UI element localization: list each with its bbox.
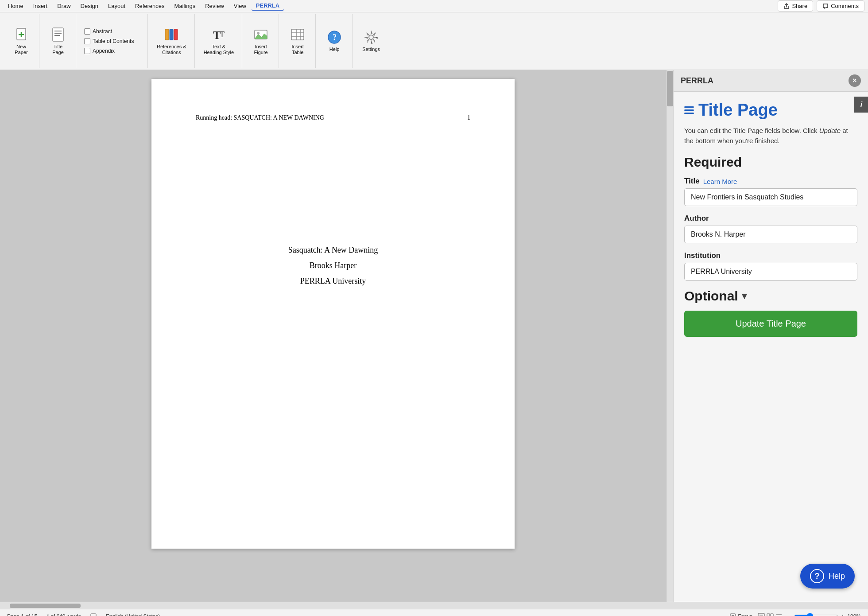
menu-review[interactable]: Review <box>201 2 229 10</box>
ribbon-group-structure: Abstract Table of Contents Appendix <box>77 14 148 68</box>
status-bar: Page 1 of 15 4 of 640 words English (Uni… <box>0 609 868 616</box>
title-page-icon <box>50 27 66 43</box>
panel-close-button[interactable]: × <box>849 74 861 87</box>
view-icon-3[interactable] <box>775 613 783 616</box>
panel-section-title: Title Page <box>684 101 857 120</box>
required-heading: Required <box>684 155 857 170</box>
optional-heading[interactable]: Optional ▾ <box>684 289 857 304</box>
zoom-control[interactable]: − + 100% <box>788 613 861 616</box>
help-ribbon-button[interactable]: ? Help <box>321 27 348 55</box>
svg-rect-30 <box>767 614 770 616</box>
page-number: 1 <box>467 114 470 121</box>
institution-field-label: Institution <box>684 251 857 260</box>
author-input[interactable] <box>684 226 857 243</box>
menu-references[interactable]: References <box>131 2 169 10</box>
document-page: Running head: SASQUATCH: A NEW DAWNING 1… <box>151 79 515 549</box>
ribbon: NewPaper TitlePage Abstract <box>0 12 868 70</box>
abstract-button[interactable]: Abstract <box>81 27 136 36</box>
svg-text:T: T <box>220 30 225 39</box>
menu-bar: Home Insert Draw Design Layout Reference… <box>0 0 868 12</box>
references-citations-button[interactable]: References &Citations <box>153 24 190 58</box>
text-heading-label: Text &Heading Style <box>204 44 234 55</box>
document-title: Sasquatch: A New Dawning <box>288 246 378 255</box>
zoom-out-icon[interactable]: − <box>788 613 791 616</box>
view-controls <box>758 613 783 616</box>
new-paper-icon <box>13 27 29 43</box>
hamburger-menu-icon[interactable] <box>684 106 694 114</box>
share-icon <box>783 3 790 9</box>
menu-layout[interactable]: Layout <box>104 2 130 10</box>
panel-info-button[interactable]: i <box>854 97 868 113</box>
ribbon-group-new-paper: NewPaper <box>4 14 39 68</box>
focus-label[interactable]: Focus <box>730 613 752 616</box>
menu-home[interactable]: Home <box>4 2 28 10</box>
text-heading-button[interactable]: T T Text &Heading Style <box>200 24 238 58</box>
settings-label: Settings <box>362 47 380 52</box>
svg-rect-9 <box>174 29 178 40</box>
references-citations-label: References &Citations <box>157 44 186 55</box>
learn-more-link[interactable]: Learn More <box>703 178 737 185</box>
abstract-label: Abstract <box>93 28 112 35</box>
title-page-button[interactable]: TitlePage <box>45 24 71 58</box>
horizontal-scrollbar[interactable] <box>0 602 868 609</box>
ribbon-group-help: ? Help <box>317 14 353 68</box>
abstract-checkbox[interactable] <box>84 28 90 35</box>
toc-checkbox[interactable] <box>84 38 90 44</box>
title-page-label: TitlePage <box>52 44 64 55</box>
ribbon-group-settings: Settings <box>353 14 389 68</box>
zoom-slider[interactable] <box>794 613 838 616</box>
author-field-label: Author <box>684 214 857 223</box>
new-paper-button[interactable]: NewPaper <box>8 24 35 58</box>
word-count: 4 of 640 words <box>46 613 81 616</box>
table-of-contents-button[interactable]: Table of Contents <box>81 37 136 46</box>
insert-figure-label: InsertFigure <box>254 44 268 55</box>
menu-design[interactable]: Design <box>76 2 103 10</box>
track-changes-icon[interactable] <box>90 613 97 616</box>
menu-mailings[interactable]: Mailings <box>170 2 200 10</box>
share-button[interactable]: Share <box>778 0 813 12</box>
insert-table-button[interactable]: InsertTable <box>284 24 311 58</box>
help-ribbon-label: Help <box>329 47 340 52</box>
appendix-label: Appendix <box>93 48 115 54</box>
menu-perrla[interactable]: PERRLA <box>252 1 284 11</box>
document-author: Brooks Harper <box>310 261 356 270</box>
scrollbar-thumb[interactable] <box>667 71 673 106</box>
svg-rect-14 <box>291 29 304 40</box>
h-scrollbar-thumb[interactable] <box>10 604 81 608</box>
main-area: Running head: SASQUATCH: A NEW DAWNING 1… <box>0 70 868 602</box>
appendix-checkbox[interactable] <box>84 48 90 54</box>
ribbon-group-text: T T Text &Heading Style <box>196 14 243 68</box>
update-title-page-button[interactable]: Update Title Page <box>684 311 857 337</box>
settings-button[interactable]: Settings <box>358 27 384 55</box>
menu-view[interactable]: View <box>229 2 251 10</box>
settings-icon <box>363 29 379 45</box>
svg-rect-3 <box>53 28 63 41</box>
optional-chevron-icon: ▾ <box>742 290 747 302</box>
right-panel: PERRLA × i Title Page You can edit the T… <box>673 70 868 602</box>
help-circle-icon: ? <box>810 569 824 583</box>
appendix-button[interactable]: Appendix <box>81 47 136 55</box>
menu-insert[interactable]: Insert <box>29 2 52 10</box>
help-button[interactable]: ? Help <box>800 564 855 589</box>
help-icon: ? <box>326 29 342 45</box>
svg-text:?: ? <box>333 33 337 42</box>
panel-content: Title Page You can edit the Title Page f… <box>674 92 868 602</box>
vertical-scrollbar[interactable] <box>666 70 673 602</box>
ribbon-group-references: References &Citations <box>149 14 195 68</box>
toc-label: Table of Contents <box>93 38 134 44</box>
document-area[interactable]: Running head: SASQUATCH: A NEW DAWNING 1… <box>0 70 666 602</box>
menu-draw[interactable]: Draw <box>53 2 75 10</box>
view-icon-2[interactable] <box>767 613 774 616</box>
title-field-label: Title Learn More <box>684 177 857 186</box>
language: English (United States) <box>106 613 160 616</box>
document-institution: PERRLA University <box>300 277 366 286</box>
zoom-in-icon[interactable]: + <box>841 613 845 616</box>
references-icon <box>163 27 179 43</box>
title-input[interactable] <box>684 188 857 206</box>
institution-input[interactable] <box>684 263 857 281</box>
page-info: Page 1 of 15 <box>7 613 37 616</box>
view-icon-1[interactable] <box>758 613 765 616</box>
insert-figure-button[interactable]: InsertFigure <box>248 24 274 58</box>
svg-rect-22 <box>91 614 96 616</box>
comments-button[interactable]: Comments <box>817 0 864 12</box>
